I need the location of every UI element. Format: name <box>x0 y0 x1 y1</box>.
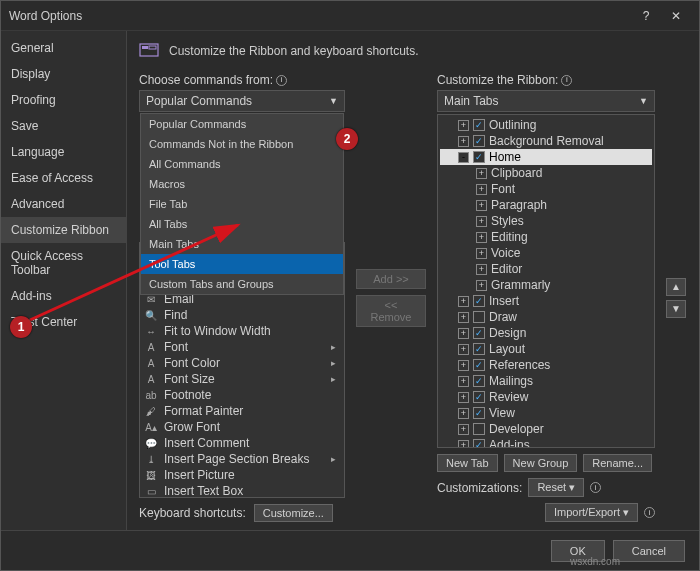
rename-button[interactable]: Rename... <box>583 454 652 472</box>
tree-node[interactable]: +Styles <box>440 213 652 229</box>
move-down-button[interactable]: ▼ <box>666 300 686 318</box>
tree-node[interactable]: +Draw <box>440 309 652 325</box>
tree-node[interactable]: +Editing <box>440 229 652 245</box>
expand-icon[interactable]: + <box>458 120 469 131</box>
command-item[interactable]: abFootnote <box>140 387 344 403</box>
expand-icon[interactable]: + <box>476 280 487 291</box>
remove-button[interactable]: << Remove <box>356 295 426 327</box>
sidebar-item-general[interactable]: General <box>1 35 126 61</box>
expand-icon[interactable]: + <box>458 344 469 355</box>
command-item[interactable]: 🖌Format Painter <box>140 403 344 419</box>
reset-button[interactable]: Reset ▾ <box>528 478 584 497</box>
checkbox[interactable] <box>473 375 485 387</box>
sidebar-item-add-ins[interactable]: Add-ins <box>1 283 126 309</box>
tree-node[interactable]: +Background Removal <box>440 133 652 149</box>
expand-icon[interactable]: - <box>458 152 469 163</box>
help-button[interactable]: ? <box>631 1 661 31</box>
tree-node[interactable]: -Home <box>440 149 652 165</box>
checkbox[interactable] <box>473 343 485 355</box>
checkbox[interactable] <box>473 151 485 163</box>
expand-icon[interactable]: + <box>458 360 469 371</box>
tree-node[interactable]: +Developer <box>440 421 652 437</box>
checkbox[interactable] <box>473 327 485 339</box>
expand-icon[interactable]: + <box>476 264 487 275</box>
tree-node[interactable]: +Mailings <box>440 373 652 389</box>
checkbox[interactable] <box>473 119 485 131</box>
command-item[interactable]: ⤓Insert Page Section Breaks▸ <box>140 451 344 467</box>
sidebar-item-ease-of-access[interactable]: Ease of Access <box>1 165 126 191</box>
dropdown-item[interactable]: Main Tabs <box>141 234 343 254</box>
checkbox[interactable] <box>473 439 485 448</box>
import-export-button[interactable]: Import/Export ▾ <box>545 503 638 522</box>
expand-icon[interactable]: + <box>458 376 469 387</box>
command-item[interactable]: AFont▸ <box>140 339 344 355</box>
tree-node[interactable]: +Layout <box>440 341 652 357</box>
dropdown-item[interactable]: All Commands <box>141 154 343 174</box>
tree-node[interactable]: +Grammarly <box>440 277 652 293</box>
sidebar-item-customize-ribbon[interactable]: Customize Ribbon <box>1 217 126 243</box>
add-button[interactable]: Add >> <box>356 269 426 289</box>
tree-node[interactable]: +Insert <box>440 293 652 309</box>
tree-node[interactable]: +Add-ins <box>440 437 652 448</box>
dropdown-item[interactable]: Popular Commands <box>141 114 343 134</box>
checkbox[interactable] <box>473 311 485 323</box>
expand-icon[interactable]: + <box>458 392 469 403</box>
expand-icon[interactable]: + <box>476 168 487 179</box>
close-button[interactable]: ✕ <box>661 1 691 31</box>
sidebar-item-proofing[interactable]: Proofing <box>1 87 126 113</box>
cancel-button[interactable]: Cancel <box>613 540 685 562</box>
expand-icon[interactable]: + <box>458 296 469 307</box>
command-item[interactable]: 🖼Insert Picture <box>140 467 344 483</box>
checkbox[interactable] <box>473 407 485 419</box>
expand-icon[interactable]: + <box>458 328 469 339</box>
info-icon[interactable]: i <box>644 507 655 518</box>
ribbon-tree[interactable]: +Outlining+Background Removal-Home+Clipb… <box>437 114 655 448</box>
new-group-button[interactable]: New Group <box>504 454 578 472</box>
sidebar-item-display[interactable]: Display <box>1 61 126 87</box>
tree-node[interactable]: +Editor <box>440 261 652 277</box>
command-item[interactable]: 💬Insert Comment <box>140 435 344 451</box>
sidebar-item-language[interactable]: Language <box>1 139 126 165</box>
checkbox[interactable] <box>473 423 485 435</box>
expand-icon[interactable]: + <box>458 424 469 435</box>
command-item[interactable]: A▴Grow Font <box>140 419 344 435</box>
info-icon[interactable]: i <box>276 75 287 86</box>
tree-node[interactable]: +Outlining <box>440 117 652 133</box>
expand-icon[interactable]: + <box>476 184 487 195</box>
customize-ribbon-combo[interactable]: Main Tabs ▼ <box>437 90 655 112</box>
command-item[interactable]: ↔Fit to Window Width <box>140 323 344 339</box>
dropdown-item[interactable]: All Tabs <box>141 214 343 234</box>
info-icon[interactable]: i <box>561 75 572 86</box>
expand-icon[interactable]: + <box>458 312 469 323</box>
dropdown-item[interactable]: Custom Tabs and Groups <box>141 274 343 294</box>
expand-icon[interactable]: + <box>476 200 487 211</box>
customize-keyboard-button[interactable]: Customize... <box>254 504 333 522</box>
dropdown-item[interactable]: Macros <box>141 174 343 194</box>
dropdown-item[interactable]: Tool Tabs <box>141 254 343 274</box>
command-item[interactable]: AFont Size▸ <box>140 371 344 387</box>
sidebar-item-quick-access-toolbar[interactable]: Quick Access Toolbar <box>1 243 126 283</box>
dropdown-item[interactable]: File Tab <box>141 194 343 214</box>
move-up-button[interactable]: ▲ <box>666 278 686 296</box>
tree-node[interactable]: +Review <box>440 389 652 405</box>
sidebar-item-save[interactable]: Save <box>1 113 126 139</box>
tree-node[interactable]: +Design <box>440 325 652 341</box>
command-item[interactable]: 🔍Find <box>140 307 344 323</box>
checkbox[interactable] <box>473 295 485 307</box>
checkbox[interactable] <box>473 359 485 371</box>
expand-icon[interactable]: + <box>458 440 469 449</box>
checkbox[interactable] <box>473 135 485 147</box>
expand-icon[interactable]: + <box>476 248 487 259</box>
info-icon[interactable]: i <box>590 482 601 493</box>
tree-node[interactable]: +References <box>440 357 652 373</box>
expand-icon[interactable]: + <box>476 232 487 243</box>
checkbox[interactable] <box>473 391 485 403</box>
tree-node[interactable]: +Font <box>440 181 652 197</box>
expand-icon[interactable]: + <box>458 136 469 147</box>
sidebar-item-advanced[interactable]: Advanced <box>1 191 126 217</box>
expand-icon[interactable]: + <box>458 408 469 419</box>
tree-node[interactable]: +Paragraph <box>440 197 652 213</box>
expand-icon[interactable]: + <box>476 216 487 227</box>
command-item[interactable]: AFont Color▸ <box>140 355 344 371</box>
tree-node[interactable]: +Clipboard <box>440 165 652 181</box>
